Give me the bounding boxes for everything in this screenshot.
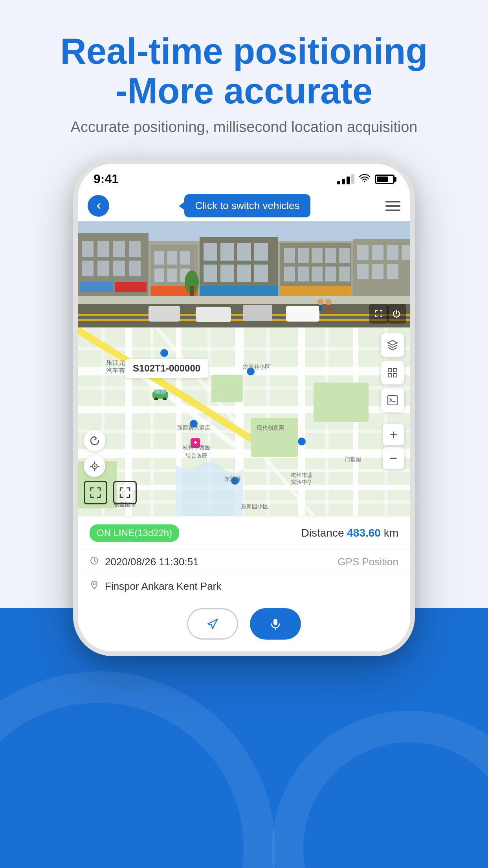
clock-icon (90, 556, 99, 568)
svg-rect-38 (284, 267, 295, 281)
signal-icon (337, 174, 354, 184)
back-button[interactable] (88, 195, 109, 217)
datetime-info: 2020/08/26 11:30:51 (90, 556, 199, 568)
refresh-button[interactable] (84, 430, 105, 451)
frame-button-1[interactable] (84, 481, 107, 504)
svg-rect-65 (327, 305, 330, 311)
switch-vehicles-tooltip[interactable]: Click to switch vehicles (184, 194, 311, 217)
svg-rect-29 (237, 265, 251, 282)
svg-rect-60 (243, 305, 272, 321)
svg-rect-7 (129, 241, 141, 257)
locate-button[interactable] (84, 455, 105, 477)
svg-rect-11 (129, 261, 141, 276)
svg-rect-31 (200, 286, 278, 296)
vehicle-id: S102T1-000000 (133, 363, 200, 373)
svg-rect-123 (388, 373, 392, 377)
power-button[interactable] (387, 304, 406, 324)
zoom-out-button[interactable]: − (383, 447, 404, 469)
svg-rect-24 (220, 243, 234, 261)
svg-rect-51 (387, 264, 398, 279)
svg-rect-33 (284, 248, 295, 263)
microphone-button[interactable] (250, 608, 301, 640)
svg-rect-40 (312, 267, 323, 281)
svg-rect-12 (80, 282, 113, 292)
wifi-icon (359, 174, 370, 185)
frame-controls (84, 481, 137, 504)
svg-point-128 (94, 465, 95, 467)
svg-rect-119 (155, 390, 160, 394)
svg-point-64 (325, 299, 332, 305)
headline-line1: Real-time positioning (60, 31, 427, 71)
page-content: Real-time positioning -More accurate Acc… (0, 0, 488, 656)
svg-rect-26 (254, 243, 268, 261)
svg-rect-8 (82, 261, 94, 276)
svg-rect-121 (388, 368, 392, 372)
svg-rect-28 (220, 265, 234, 282)
svg-rect-13 (115, 282, 147, 292)
svg-rect-35 (312, 248, 323, 263)
vehicle-label: S102T1-000000 (125, 359, 208, 378)
distance-label: Distance (301, 527, 344, 539)
map-left-controls (84, 430, 105, 477)
status-time: 9:41 (94, 172, 119, 186)
svg-rect-27 (204, 265, 217, 282)
grid-button[interactable] (381, 361, 404, 384)
frame-button-2[interactable] (113, 481, 137, 504)
svg-point-134 (94, 583, 95, 585)
terminal-button[interactable] (381, 388, 404, 412)
svg-text:结合医院: 结合医院 (185, 452, 207, 458)
svg-text:门堂园: 门堂园 (345, 456, 361, 462)
expand-button[interactable] (369, 304, 389, 324)
svg-rect-124 (393, 373, 397, 377)
headline-line2: -More accurate (60, 71, 427, 111)
svg-rect-61 (286, 306, 319, 322)
svg-rect-23 (204, 243, 217, 261)
svg-rect-42 (339, 267, 350, 281)
svg-point-0 (364, 181, 365, 182)
svg-rect-53 (190, 286, 194, 296)
svg-rect-9 (97, 261, 109, 276)
svg-rect-74 (298, 327, 305, 516)
svg-rect-49 (357, 264, 369, 279)
svg-rect-41 (325, 267, 336, 281)
svg-rect-25 (237, 243, 251, 261)
svg-rect-79 (78, 469, 410, 472)
svg-rect-6 (113, 241, 125, 257)
svg-text:实验中学: 实验中学 (291, 479, 313, 485)
svg-rect-34 (298, 248, 309, 263)
headline: Real-time positioning -More accurate (60, 31, 427, 111)
svg-rect-45 (357, 245, 369, 260)
svg-rect-19 (167, 268, 177, 282)
position-type: GPS Position (338, 556, 398, 568)
navigate-button[interactable] (187, 608, 238, 640)
svg-rect-91 (251, 418, 298, 457)
menu-button[interactable] (385, 201, 400, 211)
street-view (78, 221, 410, 327)
svg-rect-63 (319, 305, 322, 311)
svg-text:次家巷小区: 次家巷小区 (243, 364, 270, 370)
subtitle: Accurate positioning, millisecond locati… (71, 119, 418, 136)
map-controls (381, 333, 404, 412)
svg-rect-93 (314, 383, 369, 422)
app-header: Click to switch vehicles (78, 190, 410, 221)
zoom-in-button[interactable]: + (383, 424, 404, 445)
svg-rect-48 (402, 245, 410, 260)
svg-rect-135 (273, 619, 277, 625)
svg-rect-36 (325, 248, 336, 263)
svg-point-62 (317, 299, 324, 305)
svg-rect-43 (280, 286, 351, 296)
distance-display: Distance 483.60 km (301, 527, 398, 539)
layers-button[interactable] (381, 333, 404, 357)
svg-rect-125 (388, 395, 397, 405)
svg-rect-59 (196, 307, 231, 322)
svg-rect-15 (154, 251, 164, 265)
location-info: Finspor Ankara Kent Park (90, 580, 221, 592)
svg-point-98 (298, 438, 306, 445)
action-bar (78, 598, 410, 651)
location-value: Finspor Ankara Kent Park (105, 580, 221, 592)
map-area[interactable]: + 乐江元通宝通 汽车有限公司 次家巷小区 新西索大酒店 杭州中西医 结合医院 … (78, 327, 410, 516)
svg-rect-37 (339, 248, 350, 263)
svg-rect-10 (113, 261, 125, 276)
svg-text:现代创意园: 现代创意园 (257, 425, 284, 431)
distance-unit: km (384, 527, 398, 539)
